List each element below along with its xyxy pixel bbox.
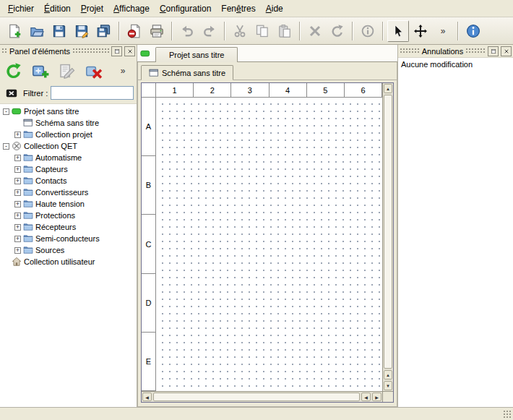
tree-item-semi-conducteurs[interactable]: +Semi-conducteurs	[0, 233, 137, 244]
rotate-button[interactable]	[327, 20, 348, 42]
save-all-files-button[interactable]	[93, 20, 115, 42]
new-element-button[interactable]	[30, 60, 51, 82]
toolbar-separator	[382, 22, 384, 40]
scroll-right-button[interactable]: ▶	[372, 393, 381, 401]
tree-item-recepteurs[interactable]: +Récepteurs	[0, 221, 137, 233]
overflow-chevron-icon: »	[121, 66, 126, 76]
menu-affichage[interactable]: Affichage	[108, 1, 155, 16]
dock-grip[interactable]	[400, 48, 420, 54]
expander-plus-icon[interactable]: +	[14, 189, 21, 196]
reload-collections-icon	[5, 62, 22, 80]
print-icon	[150, 24, 164, 38]
edit-element-button[interactable]	[56, 60, 78, 82]
expander-plus-icon[interactable]: +	[14, 132, 21, 138]
dock-grip[interactable]	[1, 48, 7, 54]
menu-projet[interactable]: Projet	[76, 1, 108, 16]
dock-grip[interactable]	[72, 48, 109, 54]
tree-item-protections[interactable]: +Protections	[0, 210, 137, 221]
panel-overflow-button[interactable]: »	[112, 60, 134, 82]
float-dock-button[interactable]	[111, 46, 122, 56]
open-file-button[interactable]	[26, 20, 48, 42]
ruler-row-label: C	[142, 215, 155, 273]
horizontal-scroll-thumb[interactable]	[153, 393, 360, 401]
expander-minus-icon[interactable]: -	[3, 143, 9, 150]
tree-item-collection-utilisateur[interactable]: Collection utilisateur	[0, 256, 137, 267]
tree-item-schema-sans-titre[interactable]: Schéma sans titre	[0, 117, 137, 129]
cut-button[interactable]	[229, 20, 251, 42]
horizontal-scrollbar[interactable]: ◀ ◀ ▶	[142, 391, 382, 402]
delete-button[interactable]	[304, 20, 326, 42]
select-mode-button[interactable]	[387, 20, 409, 42]
new-element-icon	[32, 62, 49, 80]
close-file-button[interactable]	[124, 20, 145, 42]
close-dock-button[interactable]	[124, 46, 135, 56]
expander-minus-icon[interactable]: -	[3, 108, 9, 115]
paste-button[interactable]	[274, 20, 296, 42]
tree-item-capteurs[interactable]: +Capteurs	[0, 163, 137, 175]
scroll-left-button[interactable]: ◀	[142, 393, 152, 401]
project-window-icon[interactable]	[140, 48, 150, 59]
toolbar-overflow-button[interactable]: »	[432, 20, 454, 42]
menu-edition[interactable]: Édition	[39, 1, 76, 16]
expander-plus-icon[interactable]: +	[14, 213, 21, 219]
tree-item-projet-sans-titre[interactable]: -Projet sans titre	[0, 106, 137, 117]
filter-input[interactable]	[51, 86, 134, 100]
tree-item-convertisseurs[interactable]: +Convertisseurs	[0, 187, 137, 198]
tree-item-contacts[interactable]: +Contacts	[0, 175, 137, 187]
delete-element-icon	[85, 62, 103, 80]
reload-collections-button[interactable]	[3, 60, 25, 82]
schema-canvas[interactable]	[156, 98, 382, 391]
tree-item-collection-qet[interactable]: -Collection QET	[0, 140, 137, 152]
ruler-row-label: B	[142, 156, 155, 215]
tab-project[interactable]: Projet sans titre	[155, 47, 238, 62]
pan-mode-button[interactable]	[410, 20, 431, 42]
scroll-up-button[interactable]: ▲	[384, 84, 392, 93]
vertical-scroll-thumb[interactable]	[384, 95, 392, 369]
expander-plus-icon[interactable]: +	[14, 247, 21, 254]
expander-plus-icon[interactable]: +	[14, 201, 21, 207]
element-info-button[interactable]	[357, 20, 379, 42]
menu-configuration[interactable]: Configuration	[155, 1, 216, 16]
undo-list[interactable]: Aucune modification	[398, 57, 513, 407]
about-qet-button[interactable]	[462, 20, 484, 42]
close-icon	[126, 48, 134, 55]
save-file-as-button[interactable]	[71, 20, 92, 42]
menu-fichier[interactable]: Fichier	[3, 1, 39, 16]
float-dock-button[interactable]	[488, 46, 499, 56]
schema-tabbar: Schéma sans titre	[138, 62, 397, 80]
overflow-chevron-icon: »	[441, 26, 446, 36]
main-area: Panel d'éléments » Filtrer : -Projet san…	[0, 45, 513, 407]
undo-empty-text: Aucune modification	[401, 60, 510, 69]
scroll-up-button-2[interactable]: ▲	[384, 370, 392, 380]
dock-grip[interactable]	[465, 48, 486, 54]
scroll-left-button-2[interactable]: ◀	[361, 393, 371, 401]
menu-fenetres[interactable]: Fenêtres	[216, 1, 260, 16]
tree-item-automatisme[interactable]: +Automatisme	[0, 152, 137, 163]
scroll-down-button[interactable]: ▼	[384, 381, 392, 390]
expander-plus-icon[interactable]: +	[14, 166, 21, 173]
new-file-button[interactable]	[4, 20, 25, 42]
save-file-button[interactable]	[48, 20, 70, 42]
delete-element-button[interactable]	[83, 60, 105, 82]
print-button[interactable]	[146, 20, 168, 42]
expander-plus-icon[interactable]: +	[14, 236, 21, 242]
copy-button[interactable]	[251, 20, 273, 42]
expander-plus-icon[interactable]: +	[14, 224, 21, 231]
expander-plus-icon[interactable]: +	[14, 178, 21, 184]
folder-icon	[23, 210, 33, 220]
expander-plus-icon[interactable]: +	[14, 155, 21, 161]
clear-filter-button[interactable]	[3, 86, 20, 100]
close-dock-button[interactable]	[501, 46, 512, 56]
tree-item-haute-tension[interactable]: +Haute tension	[0, 198, 137, 210]
tree-item-sources[interactable]: +Sources	[0, 244, 137, 256]
resize-grip[interactable]	[503, 410, 512, 419]
undo-dock-titlebar[interactable]: Annulations	[398, 45, 513, 57]
elements-panel-titlebar[interactable]: Panel d'éléments	[0, 45, 137, 57]
menu-aide[interactable]: Aide	[261, 1, 288, 16]
project-window: Schéma sans titre 123456 ABCDE ▲ ▲ ▼	[137, 62, 397, 407]
redo-button[interactable]	[199, 20, 220, 42]
tab-schema[interactable]: Schéma sans titre	[141, 65, 233, 80]
vertical-scrollbar[interactable]: ▲ ▲ ▼	[382, 83, 393, 391]
undo-button[interactable]	[176, 20, 198, 42]
tree-item-collection-projet[interactable]: +Collection projet	[0, 129, 137, 140]
